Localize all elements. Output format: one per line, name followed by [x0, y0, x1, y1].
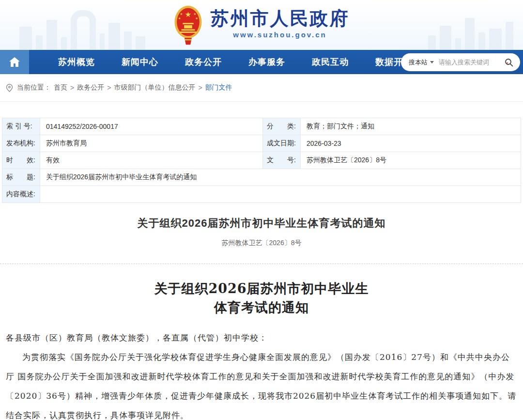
document-heading: 关于组织2026届苏州市初中毕业生 体育考试的通知 [0, 279, 523, 317]
nav-item-overview[interactable]: 苏州概览 [58, 56, 95, 68]
city-skyline-right [428, 18, 513, 50]
meta-value-summary [40, 186, 521, 203]
site-header: ★ ★ ★ ★ ★ 苏州市人民政府 www.suzhou.gov.cn [0, 0, 523, 50]
breadcrumb-current[interactable]: 部门文件 [205, 83, 232, 92]
search-input[interactable] [439, 59, 505, 66]
national-emblem-logo: ★ ★ ★ ★ ★ [174, 5, 203, 46]
svg-text:★: ★ [185, 10, 191, 18]
site-url: www.suzhou.gov.cn [211, 31, 350, 39]
document-body: 各县级市（区）教育局（教体文旅委），各直属（代管）初中学校： 为贯彻落实《国务院… [6, 328, 517, 420]
breadcrumb-label: 当前位置： [17, 83, 51, 92]
breadcrumb-separator: > [107, 84, 111, 92]
document-meta-table: 索 引 号: 014149252/2026-00017 分 类: 教育；部门文件… [2, 118, 521, 203]
table-row: 时 效: 有效 文 号: 苏州教体卫艺〔2026〕8号 [2, 152, 521, 169]
table-row: 标 题: 关于组织2026届苏州市初中毕业生体育考试的通知 [2, 169, 521, 186]
breadcrumb-dept-disclosure[interactable]: 市级部门（单位）信息公开 [114, 83, 195, 92]
home-icon [9, 57, 20, 67]
meta-value-category: 教育；部门文件；通知 [301, 118, 521, 135]
meta-label-date: 成文日期: [263, 135, 301, 152]
site-logo-block: ★ ★ ★ ★ ★ 苏州市人民政府 www.suzhou.gov.cn [174, 5, 350, 46]
location-pin-icon [6, 84, 13, 92]
nav-item-news[interactable]: 新闻中心 [122, 56, 158, 68]
meta-label-validity: 时 效: [2, 152, 40, 169]
meta-label-summary: 内容概述: [2, 186, 40, 203]
nav-item-interaction[interactable]: 政民互动 [312, 56, 349, 68]
search-scope-label: 搜本站 [409, 58, 428, 67]
city-skyline-left [19, 10, 145, 50]
salutation: 各县级市（区）教育局（教体文旅委），各直属（代管）初中学校： [6, 328, 517, 347]
breadcrumb-separator: > [198, 84, 202, 92]
table-row: 内容概述: [2, 186, 521, 203]
meta-value-doc-number: 苏州教体卫艺〔2026〕8号 [301, 152, 521, 169]
search-icon [505, 58, 513, 67]
document-heading-line2: 体育考试的通知 [0, 298, 523, 317]
breadcrumb-separator: > [70, 84, 74, 92]
main-navigation: 苏州概览 新闻中心 政务公开 办事服务 政民互动 数据开放 搜本站 [0, 50, 523, 74]
meta-value-title: 关于组织2026届苏州市初中毕业生体育考试的通知 [40, 169, 521, 186]
search-bar: 搜本站 [401, 53, 520, 71]
meta-value-index: 014149252/2026-00017 [40, 118, 263, 135]
svg-text:★: ★ [194, 12, 197, 16]
page-title: 关于组织2026届苏州市初中毕业生体育考试的通知 [0, 216, 523, 231]
meta-value-issuer: 苏州市教育局 [40, 135, 263, 152]
meta-label-category: 分 类: [263, 118, 301, 135]
document-heading-line1: 关于组织2026届苏州市初中毕业生 [0, 279, 523, 298]
site-title: 苏州市人民政府 [211, 8, 350, 29]
breadcrumb-gov-affairs[interactable]: 政务公开 [77, 83, 104, 92]
svg-text:★: ★ [178, 16, 181, 20]
search-button[interactable] [505, 58, 513, 67]
table-row: 索 引 号: 014149252/2026-00017 分 类: 教育；部门文件… [2, 118, 521, 135]
svg-text:★: ★ [195, 16, 198, 20]
meta-label-index: 索 引 号: [2, 118, 40, 135]
document-number: 苏州教体卫艺〔2026〕8号 [0, 239, 523, 248]
meta-label-issuer: 发布机构: [2, 135, 40, 152]
body-paragraph: 为贯彻落实《国务院办公厅关于强化学校体育促进学生身心健康全面发展的意见》（国办发… [6, 347, 517, 420]
meta-value-validity: 有效 [40, 152, 263, 169]
meta-label-doc-number: 文 号: [263, 152, 301, 169]
nav-item-gov-affairs[interactable]: 政务公开 [185, 56, 222, 68]
home-button[interactable] [0, 50, 29, 74]
meta-value-date: 2026-03-23 [301, 135, 521, 152]
table-row: 发布机构: 苏州市教育局 成文日期: 2026-03-23 [2, 135, 521, 152]
svg-text:★: ★ [180, 12, 183, 16]
chevron-down-icon [430, 61, 434, 63]
search-scope-dropdown[interactable]: 搜本站 [409, 58, 434, 67]
breadcrumb-home[interactable]: 首页 [54, 83, 67, 92]
nav-item-services[interactable]: 办事服务 [248, 56, 285, 68]
breadcrumb: 当前位置： 首页 > 政务公开 > 市级部门（单位）信息公开 > 部门文件 [0, 74, 523, 102]
meta-label-title: 标 题: [2, 169, 40, 186]
nav-items: 苏州概览 新闻中心 政务公开 办事服务 政民互动 数据开放 [58, 50, 412, 74]
dashed-divider [0, 264, 523, 264]
